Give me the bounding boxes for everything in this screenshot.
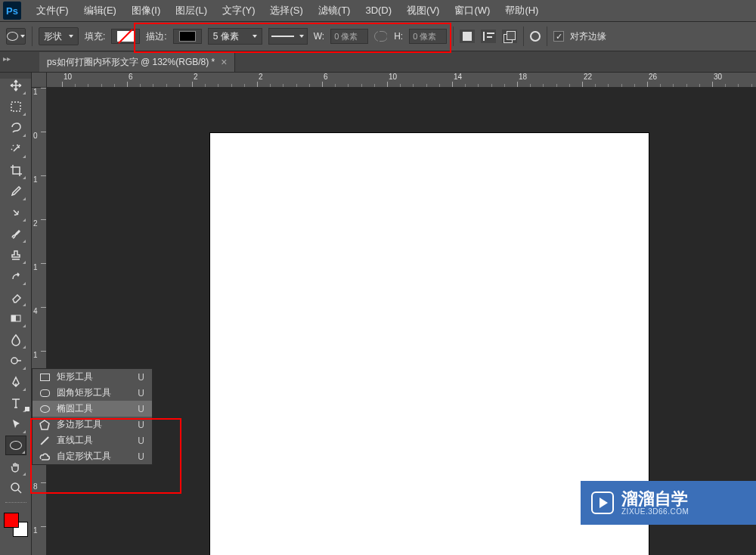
stroke-width-input[interactable]: 5 像素 <box>208 28 262 45</box>
height-input[interactable] <box>409 29 447 44</box>
path-ops-button[interactable] <box>460 29 475 43</box>
separator <box>32 26 33 46</box>
type-tool[interactable] <box>5 393 26 413</box>
align-edges-label: 对齐边缘 <box>570 30 606 43</box>
menu-window[interactable]: 窗口(W) <box>447 0 497 21</box>
pen-tool[interactable] <box>5 372 26 392</box>
horizontal-ruler[interactable]: 10622610141822263034 <box>47 73 756 88</box>
path-align-button[interactable] <box>481 29 496 43</box>
tool-mode-dropdown[interactable]: 形状 <box>39 27 79 45</box>
color-swatches[interactable] <box>4 513 28 537</box>
line-icon <box>39 436 51 446</box>
crop-tool[interactable] <box>5 160 26 180</box>
chevron-down-icon <box>20 35 25 38</box>
menubar: Ps 文件(F) 编辑(E) 图像(I) 图层(L) 文字(Y) 选择(S) 滤… <box>0 0 756 21</box>
flyout-rectangle-tool[interactable]: 矩形工具 U <box>33 369 152 385</box>
svg-point-4 <box>11 483 19 491</box>
svg-point-3 <box>11 358 17 364</box>
flyout-polygon-tool[interactable]: 多边形工具 U <box>33 417 152 433</box>
separator <box>453 26 454 46</box>
active-marker-icon <box>25 407 29 411</box>
gear-icon[interactable] <box>530 31 541 42</box>
flyout-line-tool[interactable]: 直线工具 U <box>33 433 152 448</box>
close-tab-icon[interactable]: × <box>221 56 227 68</box>
menu-3d[interactable]: 3D(D) <box>358 0 399 21</box>
ps-logo: Ps <box>3 2 21 20</box>
flyout-shortcut: U <box>138 404 144 414</box>
flyout-item-label: 圆角矩形工具 <box>57 386 111 399</box>
ellipse-icon <box>7 32 18 41</box>
gradient-tool[interactable] <box>5 309 26 328</box>
watermark-url: ZIXUE.3D66.COM <box>621 507 689 516</box>
path-arrange-button[interactable] <box>502 29 517 43</box>
shape-tool-flyout: 矩形工具 U 圆角矩形工具 U 椭圆工具 U 多边形工具 U 直线工具 U 自定… <box>32 368 153 465</box>
move-tool[interactable] <box>5 76 26 95</box>
eraser-tool[interactable] <box>5 287 26 307</box>
toolbox-divider <box>5 502 26 504</box>
shape-tool[interactable] <box>5 436 26 455</box>
vertical-ruler[interactable]: 10121416181 <box>32 88 47 555</box>
flyout-item-label: 自定形状工具 <box>57 450 111 463</box>
lasso-tool[interactable] <box>5 118 26 138</box>
eyedropper-tool[interactable] <box>5 181 26 201</box>
menu-filter[interactable]: 滤镜(T) <box>311 0 358 21</box>
hand-tool[interactable] <box>5 457 26 476</box>
flyout-item-label: 矩形工具 <box>57 371 93 383</box>
solid-line-icon <box>271 36 294 37</box>
document-tab-title: ps如何打圈内环形文字 @ 132%(RGB/8) * <box>47 56 215 69</box>
ellipse-icon <box>10 441 22 450</box>
menu-type[interactable]: 文字(Y) <box>215 0 262 21</box>
watermark-text-group: 溜溜自学 ZIXUE.3D66.COM <box>621 491 689 516</box>
magic-wand-tool[interactable] <box>5 139 26 159</box>
history-brush-tool[interactable] <box>5 266 26 286</box>
align-icon <box>483 32 494 41</box>
black-stroke-icon <box>179 31 196 42</box>
zoom-tool[interactable] <box>5 478 26 498</box>
stroke-style-dropdown[interactable] <box>268 28 308 45</box>
toolbox <box>0 73 32 555</box>
flyout-rounded-rect-tool[interactable]: 圆角矩形工具 U <box>33 385 152 401</box>
chevron-down-icon <box>69 35 73 38</box>
menu-image[interactable]: 图像(I) <box>124 0 168 21</box>
expand-panels-icon[interactable]: ▸▸ <box>3 54 11 63</box>
tool-preset-picker[interactable] <box>6 28 26 45</box>
flyout-ellipse-tool[interactable]: 椭圆工具 U <box>33 401 152 417</box>
menu-select[interactable]: 选择(S) <box>262 0 310 21</box>
document-tab[interactable]: ps如何打圈内环形文字 @ 132%(RGB/8) * × <box>39 52 235 72</box>
flyout-custom-shape-tool[interactable]: 自定形状工具 U <box>33 448 152 464</box>
ruler-origin[interactable] <box>32 73 47 88</box>
healing-tool[interactable] <box>5 203 26 222</box>
svg-rect-2 <box>11 315 16 321</box>
arrange-icon <box>503 31 516 42</box>
path-select-tool[interactable] <box>5 414 26 434</box>
menu-file[interactable]: 文件(F) <box>29 0 76 21</box>
stamp-tool[interactable] <box>5 245 26 265</box>
link-wh-icon[interactable] <box>374 31 388 42</box>
fill-label: 填充: <box>85 30 105 43</box>
rounded-rect-icon <box>39 388 51 398</box>
watermark: 溜溜自学 ZIXUE.3D66.COM <box>581 481 756 525</box>
stroke-label: 描边: <box>146 30 166 43</box>
width-input[interactable] <box>330 29 368 44</box>
rectangle-icon <box>39 372 51 383</box>
menu-help[interactable]: 帮助(H) <box>497 0 546 21</box>
flyout-item-label: 多边形工具 <box>57 418 102 431</box>
combine-icon <box>463 32 472 41</box>
chevron-down-icon <box>253 35 257 38</box>
align-edges-checkbox[interactable]: ✓ <box>553 31 564 42</box>
menu-layer[interactable]: 图层(L) <box>168 0 215 21</box>
polygon-icon <box>39 420 51 430</box>
svg-marker-5 <box>40 420 49 429</box>
tool-mode-label: 形状 <box>44 30 62 43</box>
brush-tool[interactable] <box>5 224 26 243</box>
menu-edit[interactable]: 编辑(E) <box>76 0 124 21</box>
stroke-swatch[interactable] <box>173 29 202 44</box>
flyout-shortcut: U <box>138 372 144 383</box>
flyout-shortcut: U <box>138 451 144 462</box>
fill-swatch[interactable] <box>111 29 140 44</box>
menu-view[interactable]: 视图(V) <box>399 0 447 21</box>
marquee-tool[interactable] <box>5 97 26 116</box>
dodge-tool[interactable] <box>5 351 26 371</box>
foreground-color-swatch[interactable] <box>4 513 19 528</box>
blur-tool[interactable] <box>5 330 26 349</box>
